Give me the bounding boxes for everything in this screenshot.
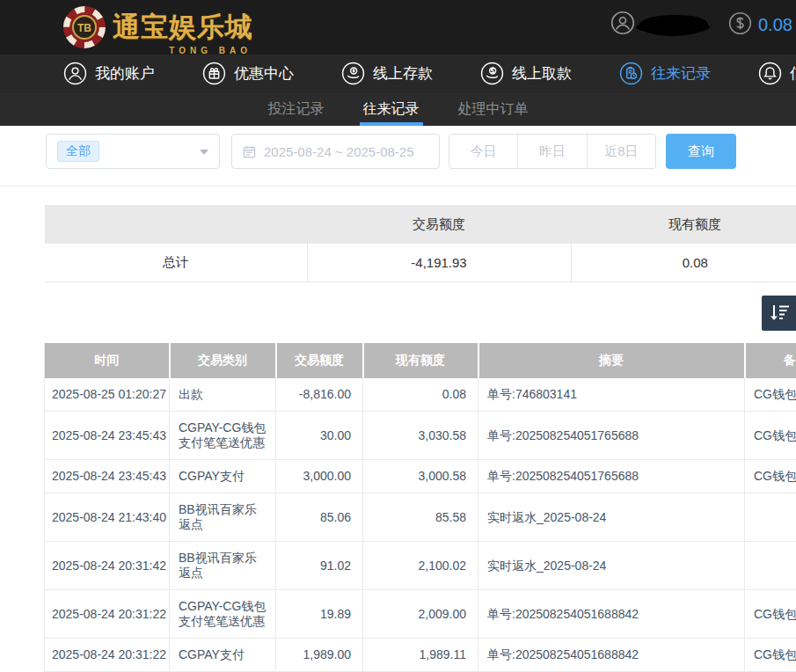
gift-icon [202,62,226,85]
table-row: 2025-08-24 23:45:43CGPAY-CG钱包支付笔笔送优惠30.0… [45,412,796,460]
balance-cell: 3,030.58 [363,412,478,460]
record-tabs: 投注记录 往来记录 处理中订单 [0,91,796,126]
summary-cell: 单号:202508254051765688 [478,412,745,460]
main-navigation: 我的账户 优惠中心 线上存款 线上取款 往来记录 信息公告 [0,55,796,91]
sort-descending-button[interactable] [762,296,796,331]
tab-betting-records[interactable]: 投注记录 [265,92,328,126]
type-cell: CGPAY支付 [170,460,276,493]
amount-cell: 91.02 [276,542,363,590]
table-row: 2025-08-24 20:31:22CGPAY支付1,989.001,989.… [45,639,796,672]
svg-text:TB: TB [77,22,91,34]
remark-cell: CG钱包 [745,639,796,672]
brand-logo[interactable]: TB 通宝娱乐城 TONG BAO [62,4,253,50]
summary-cell: 单号:746803141 [478,378,745,412]
amount-cell: 1,989.00 [276,639,363,672]
withdraw-icon [480,62,504,85]
balance-cell: 2,009.00 [363,590,478,639]
time-cell: 2025-08-24 20:31:22 [45,639,170,672]
sort-descending-icon [768,303,791,324]
time-cell: 2025-08-25 01:20:27 [45,378,170,412]
type-cell: CGPAY支付 [170,639,276,672]
summary-cell: 实时返水_2025-08-24 [478,493,745,542]
user-avatar-icon[interactable] [610,11,635,39]
col-header-balance: 现有额度 [363,343,478,378]
balance-cell: 3,000.58 [363,460,478,493]
table-row: 2025-08-25 01:20:27出款-8,816.000.08单号:746… [45,378,796,412]
summary-total-label: 总计 [45,244,307,281]
summary-header-balance: 现有额度 [571,205,796,244]
redacted-username [639,14,709,38]
remark-cell: CG钱包 [745,460,796,493]
top-bar: TB 通宝娱乐城 TONG BAO 0.08RMB [0,0,796,55]
brand-title: 通宝娱乐城 [113,9,253,46]
col-header-summary: 摘要 [478,343,745,378]
summary-balance-total: 0.08 [571,244,796,281]
time-cell: 2025-08-24 23:45:43 [45,412,170,460]
summary-cell: 单号:202508254051688842 [478,639,745,672]
nav-item-deposit[interactable]: 线上存款 [341,62,433,85]
summary-cell: 实时返水_2025-08-24 [478,542,745,590]
summary-cell: 单号:202508254051688842 [478,590,745,639]
quick-date-group: 今日 昨日 近8日 [449,134,656,169]
chevron-down-icon [200,150,208,155]
time-cell: 2025-08-24 21:43:40 [45,493,170,542]
last-8-days-button[interactable]: 近8日 [587,135,655,168]
summary-header-empty [45,205,307,244]
col-header-remark: 备注 [745,343,796,378]
col-header-type: 交易类别 [170,343,276,378]
remark-cell [745,542,796,590]
col-header-time: 时间 [45,343,170,378]
type-cell: 出款 [170,378,276,412]
date-range-input[interactable]: 2025-08-24 ~ 2025-08-25 [231,134,440,169]
search-button[interactable]: 查询 [666,134,736,169]
records-icon [619,62,643,85]
remark-cell: CG钱包 [745,412,796,460]
tab-transaction-records[interactable]: 往来记录 [360,92,423,126]
summary-transaction-total: -4,191.93 [307,244,571,281]
table-row: 2025-08-24 23:45:43CGPAY支付3,000.003,000.… [45,460,796,493]
type-cell: BB视讯百家乐返点 [170,493,276,542]
calendar-icon [242,144,257,159]
remark-cell: CG钱包-24 [745,378,796,412]
summary-cell: 单号:202508254051765688 [478,460,745,493]
yesterday-button[interactable]: 昨日 [517,135,586,168]
amount-cell: -8,816.00 [276,378,363,412]
remark-cell: CG钱包 [745,590,796,639]
bell-icon [758,62,782,85]
today-button[interactable]: 今日 [449,135,517,168]
dollar-circle-icon [728,11,752,39]
remark-cell [745,493,796,542]
type-select-value: 全部 [57,141,99,162]
balance-cell: 2,100.02 [363,542,478,590]
type-select[interactable]: 全部 [46,134,220,169]
table-row: 2025-08-24 21:43:40BB视讯百家乐返点85.0685.58实时… [45,493,796,542]
tab-pending-orders[interactable]: 处理中订单 [455,92,532,126]
amount-cell: 85.06 [276,493,363,542]
transactions-table: 时间 交易类别 交易额度 现有额度 摘要 备注 2025-08-25 01:20… [44,343,796,672]
user-icon [63,62,87,85]
balance-cell: 85.58 [363,493,478,542]
time-cell: 2025-08-24 20:31:22 [45,590,170,639]
amount-cell: 3,000.00 [276,460,363,493]
transactions-tbody: 2025-08-25 01:20:27出款-8,816.000.08单号:746… [45,378,796,672]
deposit-icon [341,62,365,85]
nav-item-records[interactable]: 往来记录 [619,62,711,85]
date-range-value: 2025-08-24 ~ 2025-08-25 [264,144,414,159]
table-row: 2025-08-24 20:31:42BB视讯百家乐返点91.022,100.0… [45,542,796,590]
summary-table: 交易额度 现有额度 总计 -4,191.93 0.08 [45,205,796,282]
nav-item-my-account[interactable]: 我的账户 [63,62,155,85]
time-cell: 2025-08-24 20:31:42 [45,542,170,590]
summary-header-transaction: 交易额度 [307,205,571,244]
nav-item-withdraw[interactable]: 线上取款 [480,62,572,85]
balance-cell: 0.08 [363,378,478,412]
summary-total-row: 总计 -4,191.93 0.08 [45,244,796,281]
table-row: 2025-08-24 20:31:22CGPAY-CG钱包支付笔笔送优惠19.8… [45,590,796,639]
summary-header-row: 交易额度 现有额度 [45,205,796,244]
nav-item-promotions[interactable]: 优惠中心 [202,62,294,85]
type-cell: BB视讯百家乐返点 [170,542,276,590]
balance-amount: 0.08 [758,15,792,34]
balance-display[interactable]: 0.08RMB [758,15,796,35]
transactions-header-row: 时间 交易类别 交易额度 现有额度 摘要 备注 [45,343,796,378]
type-cell: CGPAY-CG钱包支付笔笔送优惠 [170,412,276,460]
nav-item-announcements[interactable]: 信息公告 [758,62,796,85]
